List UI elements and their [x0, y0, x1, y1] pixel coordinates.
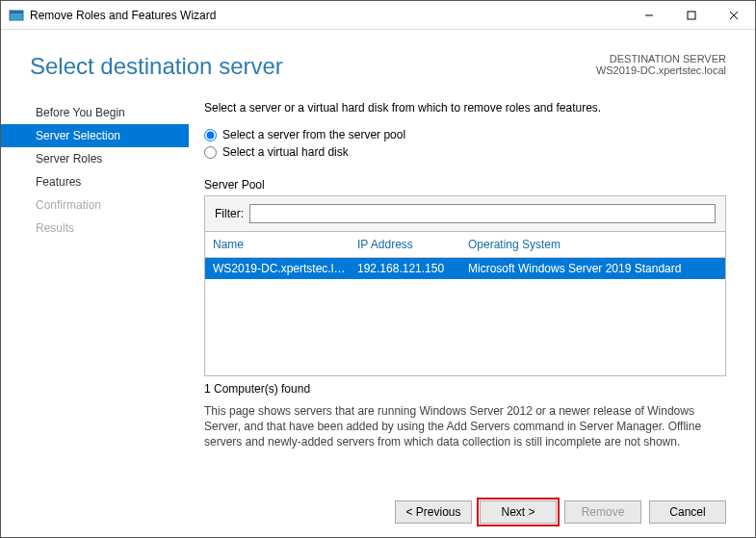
server-grid: Name IP Address Operating System WS2019-…	[204, 231, 726, 376]
server-pool-label: Server Pool	[204, 178, 726, 192]
header: Select destination server DESTINATION SE…	[1, 30, 755, 90]
column-ip[interactable]: IP Address	[357, 238, 468, 251]
sidebar-item-confirmation: Confirmation	[1, 193, 189, 217]
cancel-button[interactable]: Cancel	[649, 500, 726, 524]
cell-name: WS2019-DC.xpertstec.lo...	[213, 262, 357, 275]
radio-vhd-input[interactable]	[204, 146, 217, 159]
instruction-text: Select a server or a virtual hard disk f…	[204, 101, 726, 115]
destination-value: WS2019-DC.xpertstec.local	[596, 64, 726, 76]
source-radio-group: Select a server from the server pool Sel…	[204, 128, 726, 163]
sidebar-item-features[interactable]: Features	[1, 170, 189, 193]
grid-body: WS2019-DC.xpertstec.lo... 192.168.121.15…	[205, 258, 725, 375]
next-button[interactable]: Next >	[480, 500, 557, 524]
column-name[interactable]: Name	[213, 238, 357, 251]
app-icon	[9, 8, 24, 23]
grid-row[interactable]: WS2019-DC.xpertstec.lo... 192.168.121.15…	[205, 258, 725, 279]
computers-found-text: 1 Computer(s) found	[204, 382, 726, 396]
main-panel: Select a server or a virtual hard disk f…	[189, 90, 755, 491]
window-controls	[628, 1, 755, 30]
destination-info: DESTINATION SERVER WS2019-DC.xpertstec.l…	[596, 53, 726, 76]
sidebar-item-before-you-begin[interactable]: Before You Begin	[1, 101, 189, 124]
info-note: This page shows servers that are running…	[204, 403, 726, 450]
radio-server-pool[interactable]: Select a server from the server pool	[204, 128, 726, 141]
radio-server-pool-input[interactable]	[204, 129, 217, 141]
page-title: Select destination server	[30, 53, 596, 80]
destination-label: DESTINATION SERVER	[596, 53, 726, 64]
cell-ip: 192.168.121.150	[357, 262, 468, 275]
sidebar-item-server-selection[interactable]: Server Selection	[1, 124, 189, 147]
remove-button: Remove	[564, 500, 641, 524]
previous-button[interactable]: < Previous	[395, 500, 472, 524]
radio-vhd-label: Select a virtual hard disk	[222, 145, 349, 159]
svg-rect-3	[688, 12, 695, 19]
sidebar-item-server-roles[interactable]: Server Roles	[1, 147, 189, 170]
column-os[interactable]: Operating System	[468, 238, 717, 251]
filter-label: Filter:	[215, 207, 244, 220]
filter-input[interactable]	[249, 204, 716, 223]
cell-os: Microsoft Windows Server 2019 Standard	[468, 262, 717, 275]
filter-bar: Filter:	[204, 195, 726, 231]
maximize-button[interactable]	[670, 1, 713, 30]
minimize-button[interactable]	[628, 1, 670, 30]
grid-header: Name IP Address Operating System	[205, 232, 725, 258]
window-title: Remove Roles and Features Wizard	[30, 9, 628, 22]
titlebar: Remove Roles and Features Wizard	[1, 1, 755, 30]
sidebar-item-results: Results	[1, 217, 189, 240]
body: Before You Begin Server Selection Server…	[1, 90, 755, 491]
svg-rect-1	[10, 11, 23, 13]
sidebar: Before You Begin Server Selection Server…	[1, 90, 189, 491]
radio-vhd[interactable]: Select a virtual hard disk	[204, 145, 726, 159]
radio-server-pool-label: Select a server from the server pool	[222, 128, 405, 141]
footer: < Previous Next > Remove Cancel	[1, 491, 755, 537]
close-button[interactable]	[713, 1, 755, 30]
wizard-window: Remove Roles and Features Wizard Select …	[0, 0, 756, 538]
